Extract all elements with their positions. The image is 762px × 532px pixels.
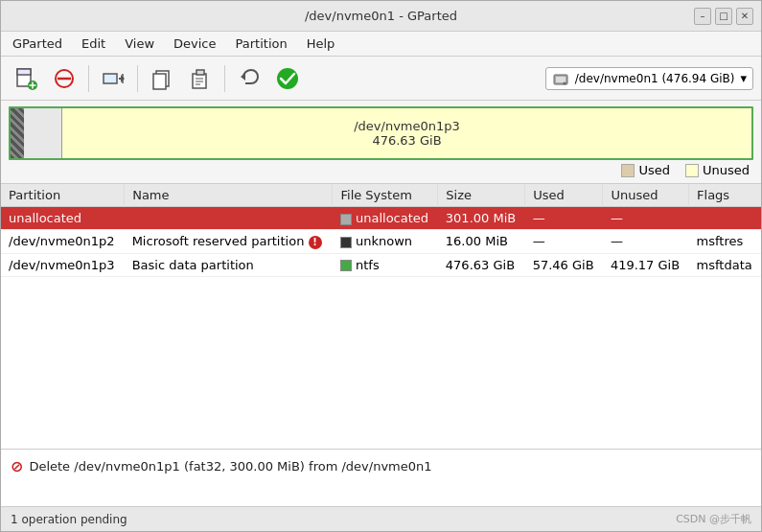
window-controls: – □ ✕ — [694, 8, 753, 25]
menu-gparted[interactable]: GParted — [5, 35, 70, 53]
fs-color-indicator — [340, 237, 352, 248]
cell-size: 301.00 MiB — [438, 207, 525, 230]
cell-unused: — — [603, 230, 689, 254]
menu-partition[interactable]: Partition — [228, 35, 295, 53]
menu-edit[interactable]: Edit — [74, 35, 113, 53]
toolbar-sep-2 — [137, 65, 138, 92]
undo-button[interactable] — [232, 61, 266, 96]
title-bar: /dev/nvme0n1 - GParted – □ ✕ — [1, 1, 761, 32]
cell-size: 16.00 MiB — [438, 230, 525, 254]
col-size: Size — [438, 184, 525, 207]
disk-legend: Used Unused — [9, 163, 753, 177]
window-title: /dev/nvme0n1 - GParted — [305, 9, 457, 23]
cell-used: 57.46 GiB — [525, 253, 603, 276]
partitions-table: Partition Name File System Size Used Unu… — [1, 184, 761, 277]
svg-rect-7 — [104, 74, 117, 83]
svg-point-22 — [563, 81, 566, 84]
cell-flags — [689, 207, 761, 230]
cell-filesystem: ntfs — [333, 253, 438, 276]
copy-button[interactable] — [145, 61, 179, 96]
legend-unused-label: Unused — [703, 163, 750, 177]
close-button[interactable]: ✕ — [736, 8, 753, 25]
delete-partition-button[interactable] — [47, 61, 81, 96]
toolbar: /dev/nvme0n1 (476.94 GiB) ▾ — [1, 57, 761, 101]
main-window: /dev/nvme0n1 - GParted – □ ✕ GParted Edi… — [0, 0, 762, 532]
device-icon — [552, 70, 569, 87]
partition-table: Partition Name File System Size Used Unu… — [1, 184, 761, 449]
log-entry-text: Delete /dev/nvme0n1p1 (fat32, 300.00 MiB… — [29, 459, 431, 474]
col-filesystem: File System — [333, 184, 438, 207]
svg-rect-1 — [17, 69, 31, 75]
device-selector[interactable]: /dev/nvme0n1 (476.94 GiB) ▾ — [545, 67, 753, 90]
col-used: Used — [525, 184, 603, 207]
main-partition-size: 476.63 GiB — [372, 133, 441, 148]
resize-icon — [102, 67, 125, 90]
cell-used: — — [525, 230, 603, 254]
col-unused: Unused — [603, 184, 689, 207]
svg-rect-12 — [153, 74, 166, 89]
table-row[interactable]: /dev/nvme0n1p3Basic data partitionntfs47… — [1, 253, 761, 276]
table-row[interactable]: /dev/nvme0n1p2Microsoft reserved partiti… — [1, 230, 761, 254]
unallocated-segment-small[interactable] — [24, 108, 62, 158]
cell-flags: msftdata — [689, 253, 761, 276]
delete-op-icon: ⊘ — [11, 457, 23, 475]
main-partition-segment[interactable]: /dev/nvme0n1p3 476.63 GiB — [62, 108, 751, 158]
legend-used: Used — [621, 163, 670, 177]
fs-color-indicator — [340, 260, 352, 271]
col-partition: Partition — [1, 184, 125, 207]
cell-partition: unallocated — [1, 207, 125, 230]
apply-icon — [274, 65, 301, 92]
device-dropdown-icon: ▾ — [740, 71, 747, 85]
disk-visual: /dev/nvme0n1p3 476.63 GiB — [9, 106, 753, 160]
cell-partition: /dev/nvme0n1p2 — [1, 230, 125, 254]
table-row[interactable]: unallocatedunallocated301.00 MiB—— — [1, 207, 761, 230]
cell-size: 476.63 GiB — [438, 253, 525, 276]
cell-name: Microsoft reserved partition ! — [125, 230, 333, 254]
disk-stripe — [11, 108, 24, 158]
main-partition-name: /dev/nvme0n1p3 — [354, 119, 460, 133]
log-entry-0: ⊘ Delete /dev/nvme0n1p1 (fat32, 300.00 M… — [11, 457, 751, 475]
paste-icon — [189, 67, 212, 90]
status-bar: 1 operation pending CSDN @步千帆 — [1, 506, 761, 531]
cell-name — [125, 207, 333, 230]
menu-bar: GParted Edit View Device Partition Help — [1, 32, 761, 57]
resize-button[interactable] — [96, 61, 130, 96]
cell-name: Basic data partition — [125, 253, 333, 276]
disk-visual-container: /dev/nvme0n1p3 476.63 GiB Used Unused — [1, 101, 761, 184]
cell-filesystem: unallocated — [333, 207, 438, 230]
undo-icon — [238, 67, 261, 90]
cell-filesystem: unknown — [333, 230, 438, 254]
cell-unused: — — [603, 207, 689, 230]
svg-rect-21 — [556, 77, 566, 82]
toolbar-sep-1 — [88, 65, 89, 92]
error-indicator: ! — [309, 236, 322, 249]
maximize-button[interactable]: □ — [715, 8, 732, 25]
menu-help[interactable]: Help — [299, 35, 343, 53]
minimize-button[interactable]: – — [694, 8, 711, 25]
cell-flags: msftres — [689, 230, 761, 254]
legend-unused-color — [685, 164, 699, 177]
menu-device[interactable]: Device — [166, 35, 223, 53]
copy-icon — [150, 67, 173, 90]
menu-view[interactable]: View — [117, 35, 162, 53]
cell-partition: /dev/nvme0n1p3 — [1, 253, 125, 276]
col-flags: Flags — [689, 184, 761, 207]
cell-used: — — [525, 207, 603, 230]
watermark: CSDN @步千帆 — [676, 512, 751, 526]
legend-used-color — [621, 164, 635, 177]
new-partition-button[interactable] — [9, 61, 43, 96]
legend-unused: Unused — [685, 163, 750, 177]
cell-unused: 419.17 GiB — [603, 253, 689, 276]
device-label: /dev/nvme0n1 (476.94 GiB) — [575, 72, 735, 85]
svg-marker-18 — [241, 73, 245, 81]
delete-icon — [53, 67, 76, 90]
paste-button[interactable] — [183, 61, 218, 96]
new-icon — [14, 67, 37, 90]
toolbar-sep-3 — [224, 65, 225, 92]
apply-button[interactable] — [270, 61, 305, 96]
col-name: Name — [125, 184, 333, 207]
operations-count: 1 operation pending — [11, 513, 127, 526]
table-header-row: Partition Name File System Size Used Unu… — [1, 184, 761, 207]
svg-rect-14 — [196, 70, 204, 75]
log-area: ⊘ Delete /dev/nvme0n1p1 (fat32, 300.00 M… — [1, 449, 761, 506]
